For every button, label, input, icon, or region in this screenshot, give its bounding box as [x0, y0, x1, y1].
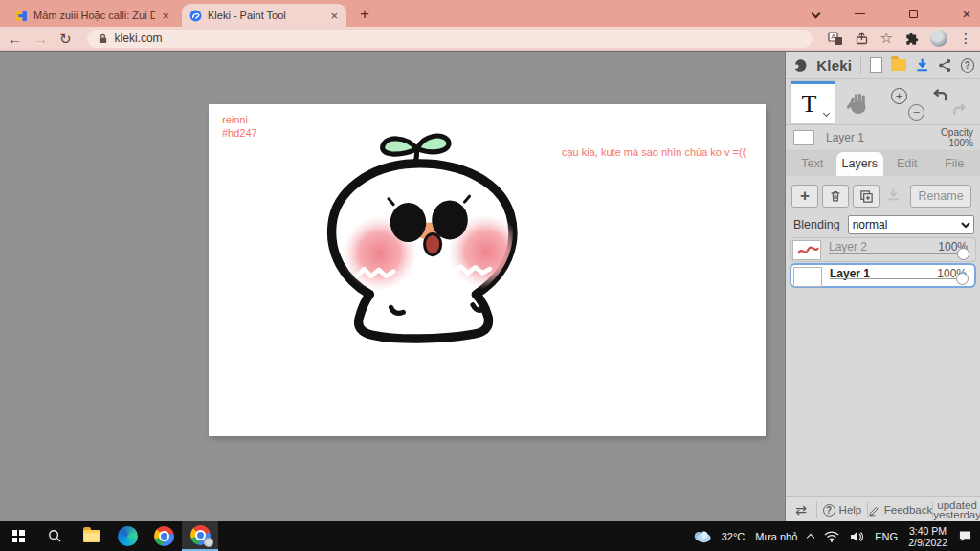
- blending-select[interactable]: normal: [848, 215, 974, 234]
- tab-search-chevron-icon[interactable]: [802, 0, 829, 27]
- panel-tabs: Text Layers Edit File: [786, 151, 980, 176]
- weather-desc[interactable]: Mưa nhỏ: [755, 531, 797, 542]
- extensions-puzzle-icon[interactable]: [904, 32, 919, 46]
- chrome-icon: [190, 525, 211, 545]
- tool-row: T + −: [786, 79, 980, 125]
- volume-icon[interactable]: [850, 531, 864, 542]
- opacity-slider-knob[interactable]: [957, 248, 969, 260]
- open-file-icon[interactable]: [891, 59, 906, 71]
- chrome-icon: [154, 526, 174, 546]
- search-icon: [48, 529, 62, 543]
- taskbar-search-button[interactable]: [36, 521, 73, 551]
- restore-icon[interactable]: [900, 0, 926, 27]
- opacity-slider-knob[interactable]: [956, 273, 969, 285]
- kleki-sidebar: Kleki ? T + − Layer 1 Opacity: [785, 51, 980, 521]
- feedback-label: Feedback: [884, 504, 933, 516]
- language-indicator[interactable]: ENG: [875, 531, 898, 542]
- browser-tab-bar: Mầm zuiii Hoặc calli: Zui Digi :) C × Kl…: [0, 0, 980, 27]
- tab-file[interactable]: File: [931, 152, 979, 176]
- text-tool-glyph: T: [802, 90, 817, 119]
- action-center-icon[interactable]: [958, 530, 972, 542]
- paint-workspace: reinni #hd247 cạu kia, kute mà sao nhìn …: [0, 51, 785, 521]
- weather-icon[interactable]: [692, 529, 711, 543]
- redo-icon[interactable]: [951, 102, 968, 119]
- reload-icon[interactable]: ↻: [59, 32, 72, 46]
- screen: Mầm zuiii Hoặc calli: Zui Digi :) C × Kl…: [0, 0, 980, 551]
- layer2-thumbnail: [792, 240, 821, 260]
- pencil-icon: [868, 504, 880, 517]
- tab-mam-zuiii[interactable]: Mầm zuiii Hoặc calli: Zui Digi :) C ×: [8, 4, 178, 27]
- layer-name: Layer 2: [829, 240, 867, 253]
- merge-down-icon: [885, 187, 902, 203]
- start-button[interactable]: [0, 521, 36, 551]
- rename-button[interactable]: Rename: [910, 185, 971, 208]
- tab-title: Mầm zuiii Hoặc calli: Zui Digi :) C: [33, 10, 155, 21]
- hand-icon: [845, 90, 870, 115]
- add-layer-button[interactable]: +: [791, 185, 818, 208]
- wifi-icon[interactable]: [824, 531, 839, 542]
- translate-icon[interactable]: A: [828, 32, 843, 46]
- show-hidden-icons-chevron[interactable]: [807, 534, 814, 541]
- url-text: kleki.com: [115, 32, 163, 45]
- folder-icon: [83, 530, 100, 542]
- forward-icon[interactable]: →: [33, 32, 48, 46]
- file-explorer-button[interactable]: [73, 521, 109, 551]
- opacity-readout: Opacity 100%: [941, 127, 973, 148]
- opacity-value: 100%: [941, 138, 973, 148]
- feedback-button[interactable]: Feedback: [868, 497, 933, 522]
- new-tab-button[interactable]: +: [360, 5, 369, 24]
- time-text: 3:40 PM: [908, 525, 947, 537]
- tab-kleki[interactable]: Kleki - Paint Tool ×: [182, 4, 346, 27]
- address-bar[interactable]: kleki.com: [87, 30, 813, 48]
- layer-thumbnail: [793, 130, 814, 145]
- layer-row-2[interactable]: Layer 2 100%: [790, 237, 976, 262]
- tab-layers[interactable]: Layers: [836, 152, 884, 176]
- sidebar-header: Kleki ?: [786, 52, 980, 79]
- drawing-canvas[interactable]: reinni #hd247 cạu kia, kute mà sao nhìn …: [209, 104, 766, 436]
- save-download-icon[interactable]: [915, 57, 929, 73]
- help-button[interactable]: ? Help: [817, 497, 867, 522]
- layer1-thumbnail: [793, 267, 822, 287]
- bookmark-star-icon[interactable]: ☆: [880, 30, 893, 47]
- zoom-in-icon[interactable]: +: [891, 88, 907, 104]
- canvas-caption-text: cạu kia, kute mà sao nhìn chùa ko v =((: [562, 146, 746, 158]
- chrome-active-button[interactable]: [182, 521, 218, 551]
- close-icon[interactable]: ×: [953, 0, 980, 27]
- tab-edit[interactable]: Edit: [883, 152, 931, 176]
- duplicate-layer-button[interactable]: [853, 185, 880, 208]
- text-tool-button[interactable]: T: [791, 81, 835, 123]
- weather-temp[interactable]: 32°C: [722, 531, 746, 542]
- chrome-button[interactable]: [145, 521, 182, 551]
- tab-close-icon[interactable]: ×: [161, 10, 170, 22]
- tab-text[interactable]: Text: [789, 152, 836, 176]
- help-icon[interactable]: ?: [961, 58, 974, 73]
- date-text: 2/9/2022: [908, 537, 947, 548]
- clock[interactable]: 3:40 PM 2/9/2022: [908, 525, 947, 548]
- blending-label: Blending: [793, 218, 840, 231]
- undo-icon[interactable]: [931, 87, 949, 105]
- swap-colors-button[interactable]: ⇄: [786, 497, 816, 522]
- minimize-icon[interactable]: [846, 0, 873, 27]
- opacity-slider-track[interactable]: [830, 278, 963, 279]
- hand-tool-button[interactable]: [835, 81, 880, 123]
- windows-logo-icon: [12, 530, 25, 542]
- back-icon[interactable]: ←: [8, 32, 22, 46]
- merge-layer-button[interactable]: [885, 187, 902, 206]
- layer-row-1-selected[interactable]: Layer 1 100%: [790, 263, 976, 288]
- new-image-icon[interactable]: [870, 57, 882, 73]
- delete-layer-button[interactable]: [822, 185, 849, 208]
- share-icon[interactable]: [938, 58, 951, 73]
- share-icon[interactable]: [855, 32, 869, 45]
- profile-avatar[interactable]: [930, 30, 947, 47]
- menu-kebab-icon[interactable]: ⋮: [959, 31, 972, 46]
- swap-arrows-icon: ⇄: [795, 502, 807, 518]
- tab-close-icon[interactable]: ×: [329, 10, 339, 22]
- opacity-label: Opacity: [941, 127, 973, 138]
- zoom-out-icon[interactable]: −: [908, 104, 924, 121]
- edge-button[interactable]: [109, 521, 145, 551]
- system-tray: 32°C Mưa nhỏ ENG 3:40 PM 2/9/2022: [692, 525, 980, 548]
- opacity-slider-track[interactable]: [829, 253, 964, 254]
- trash-icon: [829, 189, 842, 203]
- updated-status: updated yesterday: [933, 497, 980, 522]
- character-drawing: [316, 129, 528, 343]
